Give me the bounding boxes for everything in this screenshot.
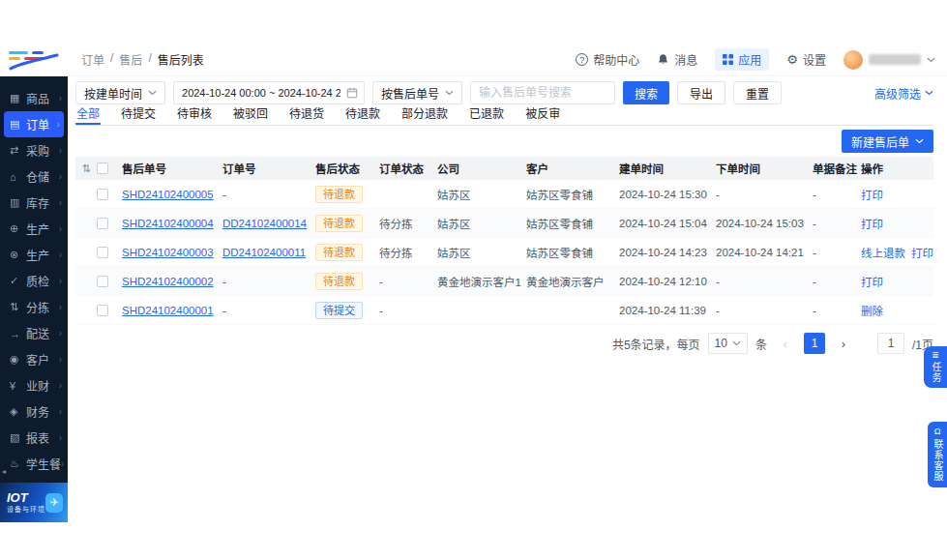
sidebar-item-customers[interactable]: ◉ 客户 ›	[0, 346, 68, 372]
op-print-link[interactable]: 打印	[911, 245, 933, 260]
sidebar-item-purchase[interactable]: ⇄ 采购 ›	[0, 137, 68, 163]
search-button[interactable]: 搜索	[623, 81, 669, 104]
row-checkbox[interactable]	[97, 189, 108, 200]
breadcrumb-orders[interactable]: 订单	[81, 51, 104, 68]
tab-refunded[interactable]: 已退款	[468, 103, 505, 125]
gear-icon: ⚙	[786, 53, 798, 66]
tab-to-submit[interactable]: 待提交	[120, 103, 157, 125]
delivery-icon: →	[10, 328, 24, 339]
tab-review-reversed[interactable]: 被反审	[524, 103, 561, 125]
advanced-filter-link[interactable]: 高级筛选	[874, 85, 933, 102]
record-summary: 共5条记录，每页	[612, 336, 700, 352]
aftersale-no-link[interactable]: SHD24102400001	[122, 305, 214, 316]
column-header: 操作	[861, 161, 933, 176]
aftersale-table: ⇅ 售后单号 订单号 售后状态 订单状态 公司 客户 建单时间 下单时间 单据备…	[75, 157, 933, 325]
iot-title: IOT	[7, 491, 45, 506]
sidebar-item-inventory[interactable]: ▥ 库存 ›	[0, 190, 68, 216]
row-checkbox[interactable]	[97, 276, 108, 287]
reset-button[interactable]: 重置	[733, 81, 782, 104]
time-field-select[interactable]: 按建单时间	[75, 81, 165, 104]
select-all-checkbox[interactable]	[97, 162, 108, 174]
sidebar-item-finance[interactable]: ◈ 财务 ›	[0, 398, 68, 425]
status-tag: 待退款	[315, 244, 363, 261]
search-field-select[interactable]: 按售后单号	[372, 81, 462, 104]
sidebar-item-reports[interactable]: ▧ 报表 ›	[0, 425, 68, 451]
sidebar-item-production-2[interactable]: ⊗ 生产 ›	[0, 242, 68, 268]
student-meal-icon: ♨	[10, 457, 24, 470]
column-header: 订单号	[222, 161, 315, 176]
sidebar-item-production-1[interactable]: ⊕ 生产 ›	[0, 216, 68, 242]
chevron-right-icon: ›	[57, 119, 60, 130]
tab-to-review[interactable]: 待审核	[176, 103, 213, 125]
sidebar-item-delivery[interactable]: → 配送 ›	[0, 320, 68, 346]
export-button[interactable]: 导出	[677, 81, 725, 104]
order-no-link[interactable]: DD24102400014	[222, 218, 307, 229]
op-delete-link[interactable]: 删除	[861, 303, 883, 318]
sidebar-item-goods[interactable]: ▦ 商品 ›	[0, 85, 68, 111]
page-jump-input[interactable]: 1	[877, 333, 904, 354]
task-panel-button[interactable]: ≣ 任务	[924, 346, 947, 388]
row-checkbox[interactable]	[97, 305, 108, 316]
chevron-right-icon: ›	[61, 458, 64, 469]
tab-to-return[interactable]: 待退货	[288, 103, 325, 125]
pagination: 共5条记录，每页 10 条 ‹ 1 › 1 /1页	[612, 333, 933, 354]
contact-service-button[interactable]: Ω 联系客服	[928, 422, 947, 487]
purchase-icon: ⇄	[10, 144, 24, 157]
op-print-link[interactable]: 打印	[861, 274, 883, 289]
customer-cell: 姑苏区零食铺	[526, 216, 619, 231]
row-checkbox[interactable]	[97, 218, 108, 229]
prev-page-button[interactable]: ‹	[775, 333, 796, 354]
column-header: 客户	[526, 161, 619, 176]
page-size-select[interactable]: 10	[708, 333, 748, 354]
column-settings-icon[interactable]: ⇅	[81, 162, 90, 175]
logo-icon	[9, 49, 59, 71]
table-row: SHD24102400004 DD24102400014 待退款 待分拣 姑苏区…	[75, 209, 933, 238]
user-name-redacted	[869, 54, 921, 65]
sidebar-item-business-finance[interactable]: ¥ 业财 ›	[0, 372, 68, 398]
sidebar-item-student-meal[interactable]: ♨ 学生餐 ›	[0, 451, 68, 477]
goods-icon: ▦	[10, 92, 24, 104]
company-cell: 姑苏区	[437, 187, 526, 202]
sidebar-item-sorting[interactable]: ⇅ 分拣 ›	[0, 294, 68, 320]
aftersale-no-link[interactable]: SHD24102400005	[122, 189, 214, 200]
ordered-time-cell: -	[716, 189, 813, 200]
quality-check-icon: ✓	[10, 275, 24, 287]
sidebar-item-warehouse[interactable]: ⌂ 仓储 ›	[0, 163, 68, 190]
op-online-refund-link[interactable]: 线上退款	[861, 245, 905, 260]
op-print-link[interactable]: 打印	[861, 216, 883, 231]
iot-footer[interactable]: IOT 设备与环境 ✈	[0, 483, 68, 522]
app: 订单 / 售后 / 售后列表 ? 帮助中心 消息	[0, 0, 947, 560]
tab-rejected[interactable]: 被驳回	[232, 103, 269, 125]
column-header: 公司	[437, 161, 526, 176]
aftersale-no-link[interactable]: SHD24102400004	[122, 218, 214, 229]
messages-button[interactable]: 消息	[657, 51, 697, 68]
row-checkbox[interactable]	[97, 247, 108, 258]
chevron-right-icon: ›	[59, 354, 62, 365]
status-tag: 待退款	[315, 273, 363, 290]
inventory-icon: ▥	[10, 196, 24, 209]
settings-button[interactable]: ⚙ 设置	[786, 51, 826, 68]
page-1-button[interactable]: 1	[804, 333, 825, 354]
breadcrumb-aftersale[interactable]: 售后	[119, 51, 142, 68]
user-menu[interactable]	[843, 50, 935, 70]
date-range-input[interactable]	[173, 81, 365, 104]
order-no-link[interactable]: DD24102400011	[222, 247, 306, 258]
chevron-right-icon: ›	[59, 197, 62, 208]
new-aftersale-button[interactable]: 新建售后单	[842, 130, 933, 153]
sidebar-item-orders[interactable]: ▤ 订单 ›	[4, 111, 64, 137]
table-body: SHD24102400005 - 待退款 姑苏区 姑苏区零食铺 2024-10-…	[75, 180, 933, 325]
help-center-button[interactable]: ? 帮助中心	[576, 51, 639, 68]
aftersale-no-link[interactable]: SHD24102400002	[122, 276, 214, 287]
aftersale-search-input[interactable]	[470, 81, 615, 104]
tab-all[interactable]: 全部	[75, 103, 101, 125]
ordered-time-cell: -	[716, 305, 813, 316]
sidebar-item-quality[interactable]: ✓ 质检 ›	[0, 268, 68, 294]
aftersale-no-link[interactable]: SHD24102400003	[122, 247, 214, 258]
tab-partial-refund[interactable]: 部分退款	[400, 103, 449, 125]
op-print-link[interactable]: 打印	[861, 187, 883, 202]
tab-to-refund[interactable]: 待退款	[344, 103, 381, 125]
sidebar-collapse-icon[interactable]: ◂	[2, 467, 6, 476]
next-page-button[interactable]: ›	[833, 333, 854, 354]
company-cell: 姑苏区	[437, 216, 526, 231]
apps-button[interactable]: 应用	[715, 48, 769, 71]
